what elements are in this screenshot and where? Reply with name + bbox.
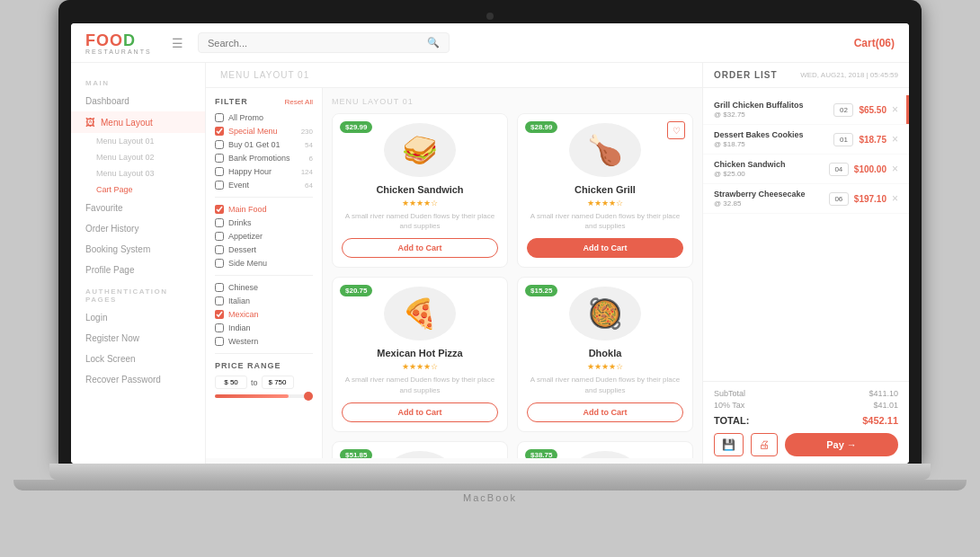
- sidebar-sub-menu-layout-01[interactable]: Menu Layout 01: [71, 133, 205, 149]
- special-menu-checkbox[interactable]: [215, 127, 224, 136]
- filter-italian[interactable]: Italian: [215, 296, 313, 305]
- remove-item-button[interactable]: ×: [892, 103, 898, 116]
- all-promo-checkbox[interactable]: [215, 113, 224, 122]
- price-max-input[interactable]: [262, 376, 294, 389]
- sidebar-item-dashboard[interactable]: Dashboard: [71, 91, 205, 111]
- food-emoji: 🍜: [384, 451, 456, 458]
- order-item-info: Dessert Bakes Cookies @ $18.75: [714, 130, 828, 148]
- filter-main-food[interactable]: Main Food: [215, 205, 313, 214]
- sidebar-item-register[interactable]: Register Now: [71, 328, 205, 349]
- order-item-price: @ 32.85: [714, 199, 824, 208]
- bank-promo-checkbox[interactable]: [215, 154, 224, 163]
- sidebar-item-profile-page[interactable]: Profile Page: [71, 260, 205, 280]
- filter-appetizer[interactable]: Appetizer: [215, 232, 313, 241]
- order-item-name: Strawberry Cheesecake: [714, 190, 824, 199]
- add-to-cart-button[interactable]: Add to Cart: [342, 402, 498, 422]
- search-icon: 🔍: [427, 37, 440, 49]
- filter-happy-hour[interactable]: Happy Hour 124: [215, 167, 313, 176]
- cart-button[interactable]: Cart(06): [854, 37, 895, 49]
- subtotal-label: SubTotal: [714, 389, 745, 398]
- sidebar-item-login[interactable]: Login: [71, 307, 205, 328]
- filter-drinks[interactable]: Drinks: [215, 218, 313, 227]
- sidebar-item-lock-screen[interactable]: Lock Screen: [71, 349, 205, 369]
- event-checkbox[interactable]: [215, 181, 224, 190]
- happy-hour-checkbox[interactable]: [215, 167, 224, 176]
- remove-item-button[interactable]: ×: [892, 163, 898, 175]
- dessert-checkbox[interactable]: [215, 245, 224, 254]
- product-card-chicken-sandwich: $29.99 🥪 Chicken Sandwich ★★★★☆ A small …: [332, 113, 508, 268]
- order-qty[interactable]: 04: [829, 163, 849, 176]
- add-to-cart-button[interactable]: Add to Cart: [527, 402, 683, 422]
- filter-header: FILTER Reset All: [215, 97, 313, 106]
- sidebar-sub-cart-page[interactable]: Cart Page: [71, 181, 205, 198]
- filter-mexican[interactable]: Mexican: [215, 310, 313, 319]
- filter-side-menu[interactable]: Side Menu: [215, 259, 313, 268]
- filter-divider-3: [215, 353, 313, 354]
- tax-label: 10% Tax: [714, 401, 744, 410]
- filter-indian[interactable]: Indian: [215, 323, 313, 332]
- remove-item-button[interactable]: ×: [892, 192, 898, 205]
- mexican-checkbox[interactable]: [215, 310, 224, 319]
- add-to-cart-button[interactable]: Add to Cart: [527, 238, 683, 258]
- drinks-checkbox[interactable]: [215, 218, 224, 227]
- sidebar-item-booking-system[interactable]: Booking System: [71, 239, 205, 260]
- western-checkbox[interactable]: [215, 337, 224, 346]
- filter-buy-01[interactable]: Buy 01 Get 01 54: [215, 140, 313, 149]
- sidebar-main-title: MAIN: [71, 72, 205, 91]
- pay-button[interactable]: Pay →: [785, 433, 898, 456]
- sidebar-item-order-history[interactable]: Order History: [71, 218, 205, 239]
- sidebar-item-menu-layout[interactable]: 🖼 Menu Layout: [71, 111, 205, 133]
- product-badge: $51.85: [340, 449, 372, 458]
- save-button[interactable]: 💾: [714, 433, 744, 456]
- total-value: $452.11: [862, 415, 898, 426]
- print-button[interactable]: 🖨: [751, 433, 778, 456]
- sidebar-auth-title: AUTHENTICATION PAGES: [71, 280, 205, 307]
- slider-thumb[interactable]: [304, 392, 313, 401]
- filter-chinese[interactable]: Chinese: [215, 283, 313, 292]
- sidebar-item-recover-password[interactable]: Recover Password: [71, 369, 205, 390]
- remove-item-button[interactable]: ×: [892, 133, 898, 146]
- order-qty[interactable]: 02: [833, 103, 853, 117]
- price-slider[interactable]: [215, 394, 313, 398]
- product-badge: $38.75: [525, 449, 557, 458]
- product-stars: ★★★★☆: [342, 362, 498, 371]
- filter-special-menu[interactable]: Special Menu 230: [215, 127, 313, 136]
- food-emoji: 🍗: [569, 123, 641, 177]
- appetizer-checkbox[interactable]: [215, 232, 224, 241]
- chinese-checkbox[interactable]: [215, 283, 224, 292]
- indian-checkbox[interactable]: [215, 323, 224, 332]
- filter-bank-promo[interactable]: Bank Promotions 6: [215, 154, 313, 163]
- order-qty[interactable]: 06: [829, 192, 849, 206]
- filter-all-promo[interactable]: All Promo: [215, 113, 313, 122]
- reset-all-button[interactable]: Reset All: [284, 98, 313, 106]
- sidebar-sub-menu-layout-02[interactable]: Menu Layout 02: [71, 149, 205, 165]
- food-emoji: 🥪: [384, 123, 456, 177]
- product-badge: $29.99: [340, 121, 372, 133]
- macbook-foot: [13, 480, 967, 491]
- order-item-name: Grill Chicken Buffalitos: [714, 101, 828, 110]
- product-image: 🥘: [569, 287, 641, 340]
- italian-checkbox[interactable]: [215, 296, 224, 305]
- search-input[interactable]: [208, 38, 423, 49]
- order-item-grill-chicken: Grill Chicken Buffalitos @ $32.75 02 $65…: [703, 95, 909, 125]
- sidebar-sub-menu-layout-03[interactable]: Menu Layout 03: [71, 165, 205, 181]
- print-icon: 🖨: [759, 438, 770, 451]
- product-fav-button[interactable]: ♡: [667, 121, 685, 139]
- sidebar-label: Menu Layout: [101, 118, 153, 128]
- order-actions: 💾 🖨 Pay →: [714, 433, 898, 456]
- app-header: FOOD Restaurants ☰ 🔍 Cart(06): [71, 23, 909, 63]
- order-item-name: Chicken Sandwich: [714, 160, 824, 169]
- side-menu-checkbox[interactable]: [215, 259, 224, 268]
- order-item-total: $100.00: [854, 164, 886, 174]
- add-to-cart-button[interactable]: Add to Cart: [342, 238, 498, 258]
- filter-event[interactable]: Event 64: [215, 181, 313, 190]
- buy-01-checkbox[interactable]: [215, 140, 224, 149]
- filter-dessert[interactable]: Dessert: [215, 245, 313, 254]
- price-min-input[interactable]: [215, 376, 247, 389]
- order-qty[interactable]: 01: [833, 133, 853, 146]
- sidebar-item-favourite[interactable]: Favourite: [71, 198, 205, 218]
- order-item-chicken-sandwich: Chicken Sandwich @ $25.00 04 $100.00 ×: [703, 155, 909, 184]
- filter-western[interactable]: Western: [215, 337, 313, 346]
- hamburger-icon[interactable]: ☰: [172, 36, 183, 50]
- main-food-checkbox[interactable]: [215, 205, 224, 214]
